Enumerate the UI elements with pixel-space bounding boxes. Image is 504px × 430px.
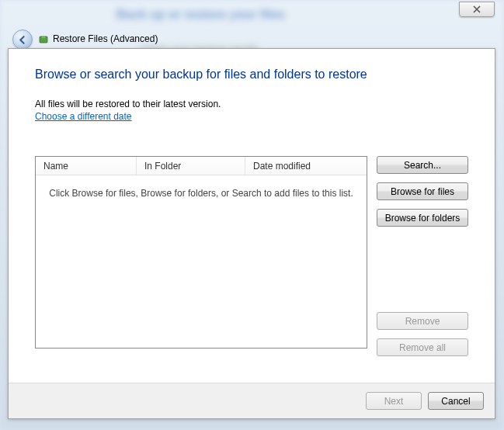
col-folder[interactable]: In Folder xyxy=(137,157,245,175)
cancel-button[interactable]: Cancel xyxy=(428,392,484,410)
remove-all-button: Remove all xyxy=(377,338,468,356)
col-date[interactable]: Date modified xyxy=(245,157,367,175)
close-button[interactable] xyxy=(459,2,495,17)
file-list[interactable]: Name In Folder Date modified Click Brows… xyxy=(35,156,367,349)
search-button[interactable]: Search... xyxy=(377,156,468,174)
close-icon xyxy=(472,5,481,13)
list-header: Name In Folder Date modified xyxy=(36,157,367,175)
remove-button: Remove xyxy=(377,312,468,330)
page-heading: Browse or search your backup for files a… xyxy=(35,68,468,81)
wizard-title: Restore Files (Advanced) xyxy=(53,33,158,44)
side-buttons: Search... Browse for files Browse for fo… xyxy=(377,156,468,356)
subtext: All files will be restored to their late… xyxy=(35,99,468,109)
footer: Next Cancel xyxy=(9,383,495,418)
blur-heading: Back up or restore your files xyxy=(116,8,285,22)
restore-icon xyxy=(37,33,50,45)
back-arrow-icon xyxy=(18,35,28,45)
browse-folders-button[interactable]: Browse for folders xyxy=(377,209,468,227)
choose-date-link[interactable]: Choose a different date xyxy=(35,111,132,122)
empty-message: Click Browse for files, Browse for folde… xyxy=(36,188,367,199)
browse-files-button[interactable]: Browse for files xyxy=(377,182,468,200)
spacer xyxy=(377,235,468,303)
wizard-panel: Browse or search your backup for files a… xyxy=(8,48,495,419)
next-button: Next xyxy=(366,392,422,410)
back-button[interactable] xyxy=(12,29,33,50)
col-name[interactable]: Name xyxy=(36,157,137,175)
